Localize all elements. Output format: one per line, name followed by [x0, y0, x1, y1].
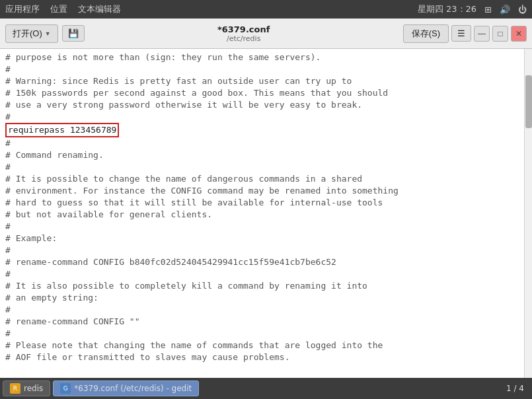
- gedit-icon: G: [60, 383, 71, 394]
- taskbar-item-redis[interactable]: R redis: [3, 381, 50, 396]
- scrollbar-thumb[interactable]: [525, 75, 532, 128]
- open-dropdown-arrow: ▼: [45, 30, 51, 37]
- editor-content[interactable]: # purpose is not more than (sign: they r…: [0, 49, 524, 378]
- system-bar: 应用程序 位置 文本编辑器 星期四 23：26 ⊞ 🔊 ⏻: [0, 0, 532, 18]
- title-path: /etc/redis: [85, 34, 403, 43]
- page-indicator: 1 / 4: [506, 384, 529, 393]
- title-bar: 打开(O) ▼ 💾 *6379.conf /etc/redis 保存(S) ☰ …: [0, 18, 532, 49]
- taskbar: R redis G *6379.conf (/etc/redis) - gedi…: [0, 378, 532, 399]
- editor-wrapper: # purpose is not more than (sign: they r…: [0, 49, 532, 378]
- title-filename: *6379.conf: [85, 24, 403, 34]
- maximize-button[interactable]: □: [492, 26, 508, 42]
- position-menu[interactable]: 位置: [50, 3, 67, 15]
- minimize-button[interactable]: —: [474, 26, 490, 42]
- apps-menu[interactable]: 应用程序: [5, 3, 40, 15]
- redis-icon: R: [10, 383, 20, 394]
- title-bar-right: 保存(S) ☰ — □ ✕: [403, 24, 527, 43]
- taskbar-item-gedit[interactable]: G *6379.conf (/etc/redis) - gedit: [53, 381, 199, 396]
- power-icon: ⏻: [518, 5, 527, 15]
- system-bar-right: 星期四 23：26 ⊞ 🔊 ⏻: [418, 3, 527, 15]
- title-center: *6379.conf /etc/redis: [85, 24, 403, 43]
- save-button[interactable]: 保存(S): [403, 24, 449, 43]
- taskbar-gedit-label: *6379.conf (/etc/redis) - gedit: [74, 384, 192, 393]
- text-editor-menu[interactable]: 文本编辑器: [78, 3, 121, 15]
- datetime-label: 星期四 23：26: [418, 3, 476, 15]
- system-bar-left: 应用程序 位置 文本编辑器: [5, 3, 121, 15]
- menu-button[interactable]: ☰: [451, 25, 471, 42]
- taskbar-redis-label: redis: [24, 384, 43, 393]
- scrollbar[interactable]: [524, 49, 532, 378]
- close-button[interactable]: ✕: [511, 26, 527, 42]
- title-bar-left: 打开(O) ▼ 💾: [5, 24, 85, 43]
- audio-icon: 🔊: [500, 5, 510, 15]
- open-button[interactable]: 打开(O) ▼: [5, 24, 58, 43]
- network-icon: ⊞: [484, 5, 492, 15]
- save-icon-button[interactable]: 💾: [62, 25, 85, 42]
